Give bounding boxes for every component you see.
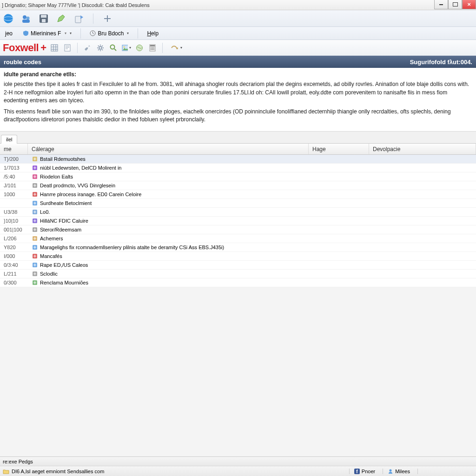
svg-rect-21	[153, 47, 154, 48]
column-calerage[interactable]: Cálerage	[28, 144, 309, 154]
table-row[interactable]: Y820Maragelighs fix rcomnademllsenlery p…	[0, 243, 476, 252]
cell-text: Renclama Mourniões	[40, 280, 88, 285]
row-icon	[32, 165, 38, 171]
status-bottom: DI6 A,lsl aeget emniomt Sendsallies com …	[0, 466, 476, 476]
globe-icon[interactable]	[3, 13, 14, 24]
column-hage[interactable]: Hage	[309, 144, 369, 154]
cell-me: 1000	[0, 192, 28, 197]
cell-text: Mancafés	[40, 253, 62, 259]
menu-label: jeo	[5, 30, 13, 37]
cell-text: Lo0.	[40, 209, 50, 215]
zoom-icon[interactable]	[108, 43, 119, 53]
row-icon	[32, 192, 38, 198]
svg-rect-19	[151, 47, 152, 48]
status-pill-label: Pnoer	[362, 469, 375, 474]
section-title: rouble codes	[4, 59, 41, 66]
row-icon	[32, 156, 38, 162]
menu-item-jeo[interactable]: jeo	[2, 29, 16, 38]
menu-label: Mlerinines F	[31, 30, 61, 37]
close-button[interactable]: ✕	[462, 0, 476, 9]
cell-me: L/211	[0, 271, 28, 277]
table-row[interactable]: L/211Sclodlic	[0, 270, 476, 278]
minimize-button[interactable]	[434, 0, 448, 9]
cell-text: Maragelighs fix rcomnademllsenlery pliln…	[40, 245, 224, 250]
status-top-text: re:exe Pedgs	[3, 459, 33, 464]
svg-point-13	[110, 45, 114, 49]
globe2-icon[interactable]	[134, 43, 145, 53]
table-row[interactable]: 0/300Renclama Mourniões	[0, 278, 476, 287]
users-icon[interactable]	[20, 13, 32, 24]
section-header: rouble codes Sugurifofold fλut:004.	[0, 56, 476, 68]
plus-icon[interactable]	[102, 13, 113, 24]
save-icon[interactable]	[38, 13, 49, 24]
svg-point-43	[390, 469, 392, 471]
table-row[interactable]: L/206Achemers	[0, 234, 476, 243]
cell-text: Hanrre plrocess iranage. ED0 Carein Celo…	[40, 192, 141, 197]
cell-calerage: Lo0.	[28, 209, 309, 215]
cell-me: J/101	[0, 183, 28, 188]
separator	[93, 13, 93, 24]
document-icon[interactable]	[62, 43, 73, 53]
cell-me: 0/300	[0, 280, 28, 285]
svg-rect-4	[22, 20, 30, 23]
description-panel: idulte perand enarche etlls: iole pescti…	[0, 68, 476, 132]
cell-calerage: Bstail Rdеmuotshes	[28, 156, 309, 162]
share-icon[interactable]	[73, 13, 85, 24]
logo-text: Foxwell	[3, 42, 39, 54]
cell-calerage: Riodelon Ealts	[28, 174, 309, 180]
svg-rect-18	[150, 45, 155, 46]
cell-calerage: Rape ED,/US Caleos	[28, 262, 309, 268]
folder-icon	[3, 468, 9, 475]
column-me[interactable]: me	[0, 144, 28, 154]
tool-dropdown[interactable]	[167, 43, 186, 53]
svg-rect-24	[153, 49, 154, 50]
row-icon	[32, 218, 38, 224]
menu-item-bru[interactable]: Bru Bdoch	[86, 29, 132, 38]
tab-label: ilel	[6, 137, 12, 142]
table-row[interactable]: Surdheate Betoclmient	[0, 199, 476, 208]
table-row[interactable]: 0/3:40Rape ED,/US Caleos	[0, 261, 476, 270]
image-icon[interactable]	[121, 43, 132, 53]
status-bottom-text: DI6 A,lsl aeget emniomt Sendsallies com	[12, 469, 104, 474]
svg-point-25	[176, 47, 178, 49]
row-icon	[32, 200, 38, 206]
menu-item-help[interactable]: Help	[144, 29, 162, 38]
grid-icon[interactable]	[49, 43, 60, 53]
status-pill-milees[interactable]: Milees	[383, 469, 410, 474]
cell-calerage: niúbl Ledewrsten, DelCD Molirent in	[28, 165, 309, 171]
cell-text: Bstail Rdеmuotshes	[40, 156, 86, 162]
cell-me: 001|100	[0, 227, 28, 232]
svg-rect-6	[41, 15, 46, 18]
svg-point-12	[99, 46, 102, 49]
column-devolpacie[interactable]: Devolpacie	[369, 144, 476, 154]
status-pill-pnoer[interactable]: f Pnoer	[349, 469, 375, 474]
maximize-button[interactable]	[448, 0, 462, 9]
table-row[interactable]: 001|100Steror/Rdeemsam	[0, 225, 476, 234]
cell-calerage: HilláNC FDIC Caluire	[28, 218, 309, 224]
cell-text: Deatl prodmcto, VVG Dinrglesein	[40, 183, 115, 188]
table-row[interactable]: U3/38Lo0.	[0, 208, 476, 217]
menu-item-mlerinines[interactable]: Mlerinines F ▾	[20, 29, 75, 38]
cell-text: niúbl Ledewrsten, DelCD Molirent in	[40, 165, 121, 171]
table-row[interactable]: J/101Deatl prodmcto, VVG Dinrglesein	[0, 181, 476, 190]
chevron-down-icon: ▾	[65, 31, 66, 35]
cell-me: I/000	[0, 253, 28, 259]
menubar: jeo Mlerinines F ▾ Bru Bdoch Help	[0, 27, 476, 40]
table-row[interactable]: 1000Hanrre plrocess iranage. ED0 Carein …	[0, 190, 476, 199]
wrench-icon[interactable]	[82, 43, 93, 53]
table-row[interactable]: /5:40Riodelon Ealts	[0, 172, 476, 181]
row-icon	[32, 227, 38, 233]
separator	[80, 28, 81, 39]
cell-calerage: Achemers	[28, 236, 309, 242]
cell-calerage: Sclodlic	[28, 271, 309, 277]
pen-icon[interactable]	[56, 13, 67, 24]
tab-ilel[interactable]: ilel	[1, 135, 17, 144]
tab-strip: ilel	[0, 132, 476, 144]
table-row[interactable]: 1/7013niúbl Ledewrsten, DelCD Molirent i…	[0, 164, 476, 172]
table-row[interactable]: }10|10HilláNC FDIC Caluire	[0, 217, 476, 225]
table-row[interactable]: T}/200Bstail Rdеmuotshes	[0, 155, 476, 164]
row-icon	[32, 209, 38, 215]
calc-icon[interactable]	[147, 43, 158, 53]
table-row[interactable]: I/000Mancafés	[0, 252, 476, 261]
gear-icon[interactable]	[95, 43, 106, 53]
